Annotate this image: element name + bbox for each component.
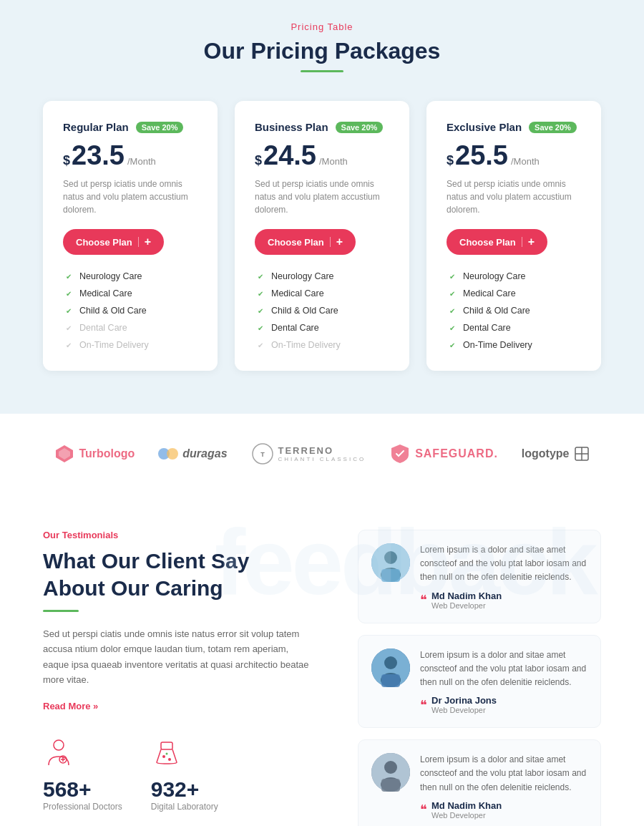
svg-point-16 (165, 752, 167, 754)
feature-item-inactive: ✔On-Time Delivery (63, 336, 197, 354)
pricing-title: Our Pricing Packages (43, 38, 601, 64)
testi-author-1: ❝ Md Nadim Khan Web Developer (420, 591, 587, 610)
btn-divider (330, 237, 331, 247)
plan-desc-exclusive: Sed ut persp iciatis unde omnis natus an… (447, 178, 581, 216)
logos-section: Turbologo duragas T TERRENO CHIANTI CLAS… (0, 414, 644, 494)
check-icon-inactive: ✔ (255, 339, 266, 351)
choose-plan-business[interactable]: Choose Plan + (255, 229, 356, 255)
feature-item: ✔Neurology Care (63, 268, 197, 285)
terreno-name: TERRENO (278, 445, 366, 456)
check-icon: ✔ (255, 288, 266, 299)
author-info-2: Dr Jorina Jons Web Developer (431, 695, 497, 714)
svg-point-22 (384, 656, 397, 669)
save-badge-regular: Save 20% (136, 122, 184, 133)
quote-icon-1: ❝ (420, 592, 427, 608)
choose-plan-exclusive[interactable]: Choose Plan + (447, 229, 547, 255)
price-amount-business: 24.5 (263, 142, 316, 169)
svg-point-15 (168, 758, 171, 761)
svg-rect-20 (381, 569, 400, 582)
svg-point-18 (384, 551, 397, 564)
price-row-business: $ 24.5 /Month (255, 142, 389, 169)
feature-item: ✔Medical Care (63, 285, 197, 302)
author-role-1: Web Developer (431, 601, 502, 610)
feature-item: ✔Dental Care (255, 319, 389, 336)
feature-item: ✔Neurology Care (447, 268, 581, 285)
stat-doctors: 568+ Professional Doctors (43, 737, 122, 812)
testi-text-3: Lorem ipsum is a dolor and sitae amet co… (420, 753, 587, 795)
svg-rect-13 (161, 742, 172, 749)
price-period-exclusive: /Month (511, 156, 540, 167)
currency-business: $ (255, 153, 262, 168)
feature-item: ✔Child & Old Care (63, 302, 197, 319)
plan-name-regular: Regular Plan (63, 121, 129, 133)
testimonial-card-3: Lorem ipsum is a dolor and sitae amet co… (358, 739, 601, 826)
logo-terreno-text: TERRENO CHIANTI CLASSICO (278, 445, 366, 462)
check-icon: ✔ (255, 322, 266, 334)
testi-content-1: Lorem ipsum is a dolor and sitae amet co… (420, 543, 587, 610)
avatar-3-img (371, 753, 410, 792)
pricing-cards-container: Regular Plan Save 20% $ 23.5 /Month Sed … (43, 101, 601, 371)
check-icon: ✔ (447, 322, 458, 334)
author-role-3: Web Developer (431, 811, 502, 820)
btn-plus-icon: + (336, 235, 343, 248)
stat-lab-label: Digital Laboratory (151, 802, 218, 812)
check-icon: ✔ (447, 339, 458, 351)
avatar-1 (371, 543, 410, 582)
testimonial-card-2: Lorem ipsum is a dolor and sitae amet co… (358, 635, 601, 729)
plan-name-business: Business Plan (255, 121, 328, 133)
doctor-svg (43, 737, 74, 768)
turbologo-icon (54, 444, 74, 464)
terreno-sub: CHIANTI CLASSICO (278, 456, 366, 462)
logo-terreno: T TERRENO CHIANTI CLASSICO (251, 442, 366, 465)
check-icon-inactive: ✔ (63, 339, 74, 351)
svg-point-14 (162, 755, 165, 758)
currency-regular: $ (63, 153, 70, 168)
doctor-icon (43, 737, 122, 773)
author-name-3: Md Nadim Khan (431, 800, 502, 811)
save-badge-business: Save 20% (336, 122, 384, 133)
check-icon: ✔ (63, 271, 74, 282)
btn-plus-icon: + (528, 235, 535, 248)
plan-header-regular: Regular Plan Save 20% (63, 121, 197, 133)
choose-plan-regular[interactable]: Choose Plan + (63, 229, 164, 255)
plan-desc-business: Sed ut persp iciatis unde omnis natus an… (255, 178, 389, 216)
avatar-2 (371, 648, 410, 687)
author-name-1: Md Nadim Khan (431, 591, 502, 601)
pricing-card-business: Business Plan Save 20% $ 24.5 /Month Sed… (235, 101, 409, 371)
stats-row: 568+ Professional Doctors 932+ Digital L… (43, 737, 315, 812)
avatar-1-img (371, 543, 410, 582)
testi-author-2: ❝ Dr Jorina Jons Web Developer (420, 695, 587, 714)
svg-point-3 (167, 448, 178, 460)
plan-desc-regular: Sed ut persp iciatis unde omnis natus an… (63, 178, 197, 216)
author-info-3: Md Nadim Khan Web Developer (431, 800, 502, 820)
svg-text:T: T (260, 451, 265, 458)
feature-list-exclusive: ✔Neurology Care ✔Medical Care ✔Child & O… (447, 268, 581, 354)
lab-icon (151, 737, 218, 773)
read-more-link[interactable]: Read More » (43, 701, 315, 711)
svg-point-26 (384, 761, 397, 774)
feature-item: ✔Dental Care (447, 319, 581, 336)
safeguard-icon (389, 443, 411, 465)
feature-item: ✔Medical Care (255, 285, 389, 302)
feature-item: ✔Medical Care (447, 285, 581, 302)
stat-doctors-label: Professional Doctors (43, 802, 122, 812)
price-row-regular: $ 23.5 /Month (63, 142, 197, 169)
feature-item: ✔Neurology Care (255, 268, 389, 285)
check-icon: ✔ (255, 305, 266, 316)
plan-header-exclusive: Exclusive Plan Save 20% (447, 121, 581, 133)
testimonials-section: feedback Our Testimonials What Our Clien… (0, 494, 644, 826)
btn-plus-icon: + (145, 235, 151, 248)
testimonials-description: Sed ut perspi ciatis unde omnis iste nat… (43, 626, 315, 688)
testi-text-1: Lorem ipsum is a dolor and sitae amet co… (420, 543, 587, 585)
pricing-section: Pricing Table Our Pricing Packages Regul… (0, 0, 644, 414)
pricing-title-underline (301, 70, 343, 72)
testimonials-label: Our Testimonials (43, 530, 315, 540)
lab-svg (151, 737, 182, 768)
check-icon: ✔ (447, 271, 458, 282)
pricing-card-exclusive: Exclusive Plan Save 20% $ 25.5 /Month Se… (426, 101, 601, 371)
feature-item-inactive: ✔On-Time Delivery (255, 336, 389, 354)
save-badge-exclusive: Save 20% (529, 122, 577, 133)
check-icon: ✔ (63, 288, 74, 299)
testimonial-card-1: Lorem ipsum is a dolor and sitae amet co… (358, 530, 601, 623)
logo-logotype-text: logotype (522, 447, 570, 460)
